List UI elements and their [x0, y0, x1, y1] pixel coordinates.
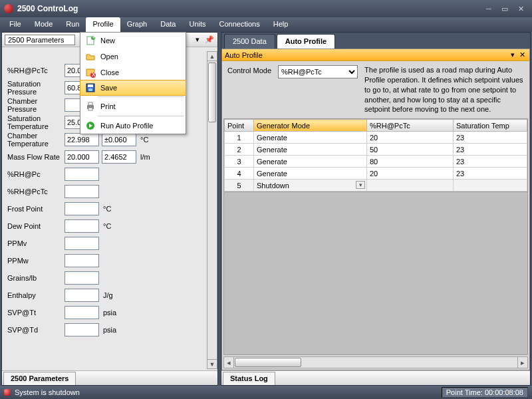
grid-cell[interactable]: 20	[367, 168, 454, 180]
right-main-tabs: 2500 DataAuto Profile	[221, 33, 530, 49]
scroll-thumb[interactable]	[208, 63, 216, 122]
profile-menu-print[interactable]: Print	[80, 98, 186, 114]
menu-connections[interactable]: Connections	[213, 17, 267, 32]
param-label: Grains/lb	[7, 274, 65, 282]
param-input[interactable]	[65, 289, 99, 302]
profile-menu-close[interactable]: xClose	[80, 65, 186, 80]
grid-cell[interactable]: Generate	[254, 168, 367, 180]
left-vertical-scrollbar[interactable]: ▲ ▼	[207, 51, 217, 369]
grid-row[interactable]: 4Generate2023	[225, 168, 527, 180]
grid-cell[interactable]: 20	[367, 132, 454, 144]
grid-horizontal-scrollbar[interactable]: ◂ ▸	[223, 356, 528, 368]
param-input[interactable]	[65, 185, 99, 198]
menu-data[interactable]: Data	[154, 17, 182, 32]
control-mode-select[interactable]: %RH@PcTc	[278, 65, 358, 78]
grid-cell[interactable]: 2	[225, 144, 254, 156]
param-row: Grains/lb	[7, 269, 212, 287]
param-label: %RH@PcTc	[7, 66, 65, 74]
profile-menu-save[interactable]: Save	[80, 80, 186, 96]
grid-cell[interactable]: 23	[454, 156, 527, 168]
param-input[interactable]	[65, 168, 99, 181]
profile-menu-open[interactable]: Open	[80, 49, 186, 65]
grid-row[interactable]: 5Shutdown	[225, 180, 527, 192]
panel-dropdown-icon[interactable]: ▾	[508, 51, 517, 59]
dropdown-arrow-icon[interactable]: ▾	[192, 35, 203, 45]
grid-cell[interactable]: 50	[367, 144, 454, 156]
menu-profile[interactable]: Profile	[86, 17, 120, 32]
param-unit: l/m	[140, 153, 150, 161]
param-unit: psia	[103, 309, 116, 317]
pin-icon[interactable]: 📌	[204, 35, 215, 45]
tab-2500-data[interactable]: 2500 Data	[224, 34, 275, 49]
grid-cell[interactable]: Generate	[254, 156, 367, 168]
parameters-combo[interactable]: 2500 Parameters	[5, 35, 75, 45]
h-scroll-thumb[interactable]	[235, 358, 301, 367]
param-input[interactable]	[65, 237, 99, 250]
svg-text:x: x	[92, 70, 96, 78]
grid-cell[interactable]: 23	[454, 144, 527, 156]
param-input[interactable]	[65, 323, 99, 336]
grid-cell[interactable]	[367, 180, 454, 192]
menu-file[interactable]: File	[3, 17, 28, 32]
control-mode-row: Control Mode %RH@PcTc The profile is use…	[222, 61, 529, 118]
tab-status-log[interactable]: Status Log	[223, 372, 275, 385]
menubar: FileModeRunProfileGraphDataUnitsConnecti…	[0, 17, 532, 32]
param-input[interactable]	[102, 133, 136, 146]
tab-auto-profile[interactable]: Auto Profile	[277, 34, 335, 49]
param-label: Chamber Pressure	[7, 97, 65, 113]
menu-help[interactable]: Help	[267, 17, 295, 32]
menu-mode[interactable]: Mode	[28, 17, 60, 32]
param-input[interactable]	[65, 202, 99, 215]
param-label: Chamber Temperature	[7, 132, 65, 148]
minimize-button[interactable]: ─	[481, 3, 496, 14]
scroll-down-icon[interactable]: ▼	[207, 359, 217, 368]
profile-grid[interactable]: PointGenerator Mode%RH@PcTcSaturation Te…	[223, 118, 528, 192]
panel-close-icon[interactable]: ✕	[517, 51, 527, 59]
menu-units[interactable]: Units	[182, 17, 212, 32]
param-label: Dew Point	[7, 222, 65, 230]
profile-menu-new[interactable]: +New	[80, 33, 186, 49]
grid-header[interactable]: %RH@PcTc	[367, 120, 454, 132]
scroll-up-icon[interactable]: ▲	[207, 52, 217, 61]
grid-header[interactable]: Point	[225, 120, 254, 132]
grid-cell[interactable]: Generate	[254, 144, 367, 156]
grid-cell[interactable]: 5	[225, 180, 254, 192]
grid-cell[interactable]: 80	[367, 156, 454, 168]
grid-cell[interactable]: 3	[225, 156, 254, 168]
grid-row[interactable]: 1Generate2023	[225, 132, 527, 144]
grid-header[interactable]: Saturation Temp	[454, 120, 527, 132]
param-input[interactable]	[65, 150, 99, 164]
close-window-button[interactable]: ✕	[513, 3, 528, 14]
profile-dropdown-menu: +NewOpenxCloseSavePrintRun Auto Profile	[80, 32, 186, 134]
grid-cell[interactable]	[454, 180, 527, 192]
scroll-left-icon[interactable]: ◂	[224, 357, 234, 368]
param-input[interactable]	[65, 306, 99, 319]
grid-cell[interactable]: 23	[454, 168, 527, 180]
profile-menu-run-auto-profile[interactable]: Run Auto Profile	[80, 118, 186, 134]
grid-row[interactable]: 2Generate5023	[225, 144, 527, 156]
scroll-right-icon[interactable]: ▸	[517, 357, 527, 368]
tab-2500-parameters[interactable]: 2500 Parameters	[3, 372, 76, 385]
param-input[interactable]	[65, 133, 99, 146]
grid-cell[interactable]: 1	[225, 132, 254, 144]
run-icon	[83, 119, 98, 132]
grid-header[interactable]: Generator Mode	[254, 120, 367, 132]
grid-cell[interactable]: 23	[454, 132, 527, 144]
param-input[interactable]	[65, 254, 99, 267]
grid-cell[interactable]: Generate	[254, 132, 367, 144]
param-input[interactable]	[102, 150, 136, 164]
param-input[interactable]	[65, 219, 99, 233]
open-icon	[83, 50, 98, 63]
param-label: Frost Point	[7, 205, 65, 213]
param-label: Mass Flow Rate	[7, 153, 65, 161]
save-icon	[83, 81, 98, 94]
maximize-button[interactable]: ▭	[497, 3, 512, 14]
auto-profile-titlebar: Auto Profile ▾ ✕	[222, 49, 529, 61]
menu-graph[interactable]: Graph	[120, 17, 154, 32]
param-input[interactable]	[65, 271, 99, 285]
grid-cell[interactable]: 4	[225, 168, 254, 180]
grid-row[interactable]: 3Generate8023	[225, 156, 527, 168]
param-row: PPMv	[7, 235, 212, 252]
menu-run[interactable]: Run	[59, 17, 86, 32]
grid-cell[interactable]: Shutdown	[254, 180, 367, 192]
